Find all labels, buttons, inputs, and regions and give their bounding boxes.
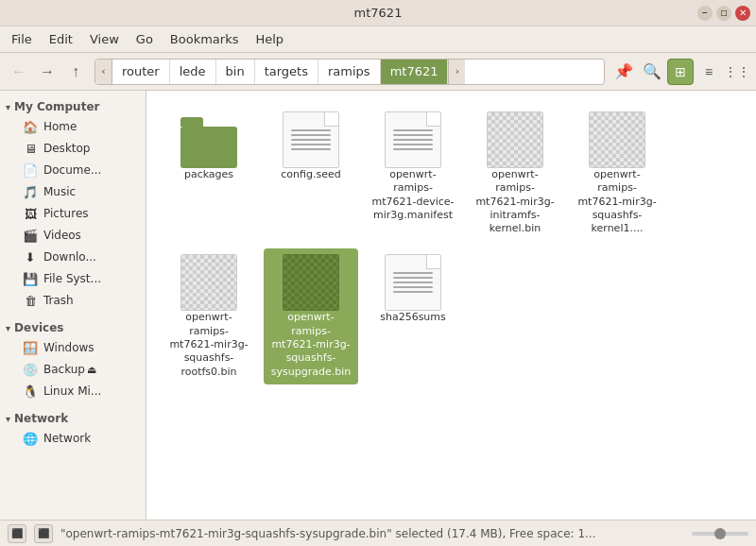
sidebar-item-filesystem[interactable]: 💾 File Syst... [4,268,142,289]
zoom-slider [692,532,748,536]
main-layout: ▾ My Computer 🏠 Home 🖥 Desktop 📄 Docume.… [0,91,756,520]
sidebar-label-documents: Docume... [43,163,101,177]
file-item-config-seed[interactable]: config.seed [264,106,358,241]
music-icon: 🎵 [23,184,38,199]
file-item-manifest[interactable]: openwrt-ramips-mt7621-device-mir3g.manif… [366,106,460,241]
breadcrumb-ramips[interactable]: ramips [318,59,381,85]
forward-button[interactable]: → [34,59,60,85]
toolbar-view-controls: 📌 🔍 ⊞ ≡ ⋮⋮ [610,59,750,85]
file-name: openwrt-ramips-mt7621-mir3g-squashfs-roo… [167,311,250,378]
backup-icon: 💿 [23,362,38,377]
sidebar-label-videos: Videos [43,229,81,242]
desktop-icon: 🖥 [23,141,38,156]
back-button[interactable]: ← [6,59,32,85]
menubar: File Edit View Go Bookmarks Help [0,26,756,53]
menu-view[interactable]: View [82,30,127,48]
menu-edit[interactable]: Edit [42,30,80,48]
sidebar-item-home[interactable]: 🏠 Home [4,116,142,137]
breadcrumb-left-arrow[interactable]: ‹ [95,59,112,85]
expand-icon: ▾ [6,102,10,112]
menu-bookmarks[interactable]: Bookmarks [163,30,247,48]
sidebar-label-music: Music [43,185,76,198]
document-icon [283,111,339,168]
binary-icon [180,254,237,311]
sidebar-item-music[interactable]: 🎵 Music [4,181,142,202]
file-item-squashfs-sysupgrade[interactable]: openwrt-ramips-mt7621-mir3g-squashfs-sys… [264,248,358,384]
sidebar-item-windows[interactable]: 🪟 Windows [4,337,142,358]
slider-thumb[interactable] [714,528,726,539]
sidebar-label-desktop: Desktop [43,142,91,155]
sidebar-header-network[interactable]: ▾ Network [0,410,146,427]
sidebar-section-label-devices: Devices [14,321,63,334]
slider-track[interactable] [692,532,748,536]
file-name: packages [184,168,233,181]
search-button[interactable]: 🔍 [639,59,665,85]
sidebar-item-desktop[interactable]: 🖥 Desktop [4,138,142,159]
menu-help[interactable]: Help [248,30,291,48]
documents-icon: 📄 [23,162,38,178]
linux-icon: 🐧 [23,384,38,399]
menu-file[interactable]: File [4,30,40,48]
binary-icon [487,111,543,168]
file-item-squashfs-rootfs0[interactable]: openwrt-ramips-mt7621-mir3g-squashfs-roo… [162,248,256,384]
statusbar: ⬛ ⬛ "openwrt-ramips-mt7621-mir3g-squashf… [0,520,756,546]
file-item-packages[interactable]: packages [162,106,256,241]
view-grid-button[interactable]: ⊞ [667,59,694,85]
sidebar-item-pictures[interactable]: 🖼 Pictures [4,203,142,224]
breadcrumb-targets[interactable]: targets [255,59,318,85]
sidebar-item-network[interactable]: 🌐 Network [4,428,142,449]
up-button[interactable]: ↑ [62,59,89,85]
sidebar-item-trash[interactable]: 🗑 Trash [4,290,142,311]
breadcrumb-mt7621[interactable]: mt7621 [381,59,449,85]
menu-go[interactable]: Go [129,30,161,48]
breadcrumb: ‹ router lede bin targets ramips mt7621 … [94,59,605,85]
file-name: openwrt-ramips-mt7621-device-mir3g.manif… [371,168,455,222]
view-compact-button[interactable]: ⋮⋮ [724,59,750,85]
document-icon [385,254,441,311]
sidebar-item-linux[interactable]: 🐧 Linux Mi... [4,381,142,401]
sidebar-label-linux: Linux Mi... [43,384,101,398]
close-button[interactable]: ✕ [735,6,750,21]
home-icon: 🏠 [23,119,38,134]
sidebar: ▾ My Computer 🏠 Home 🖥 Desktop 📄 Docume.… [0,91,146,520]
sidebar-section-label-network: Network [14,412,68,425]
sidebar-item-videos[interactable]: 🎬 Videos [4,225,142,246]
sidebar-item-downloads[interactable]: ⬇ Downlo... [4,247,142,267]
binary-icon [589,111,645,168]
pin-button[interactable]: 📌 [610,59,637,85]
breadcrumb-bin[interactable]: bin [216,59,255,85]
sidebar-label-trash: Trash [43,294,74,307]
sidebar-label-network: Network [43,432,91,445]
window-controls: − □ ✕ [697,6,750,21]
sidebar-header-devices[interactable]: ▾ Devices [0,319,146,336]
sidebar-label-backup: Backup [43,363,85,376]
statusbar-right-button[interactable]: ⬛ [34,524,53,543]
document-icon [385,111,441,168]
file-name: openwrt-ramips-mt7621-mir3g-squashfs-sys… [269,311,352,378]
window-title: mt7621 [354,6,403,20]
expand-icon: ▾ [6,323,10,333]
file-item-initramfs[interactable]: openwrt-ramips-mt7621-mir3g-initramfs-ke… [468,106,562,241]
sidebar-section-my-computer: ▾ My Computer 🏠 Home 🖥 Desktop 📄 Docume.… [0,94,146,316]
downloads-icon: ⬇ [23,249,38,264]
view-list-button[interactable]: ≡ [696,59,722,85]
minimize-button[interactable]: − [697,6,713,21]
sidebar-header-my-computer[interactable]: ▾ My Computer [0,98,146,115]
file-item-sha256sums[interactable]: sha256sums [366,248,460,384]
breadcrumb-lede[interactable]: lede [170,59,216,85]
sidebar-item-documents[interactable]: 📄 Docume... [4,160,142,180]
file-item-squashfs-kernel1[interactable]: openwrt-ramips-mt7621-mir3g-squashfs-ker… [570,106,664,241]
breadcrumb-right-arrow[interactable]: › [448,59,465,85]
expand-icon: ▾ [6,414,10,424]
statusbar-left-button[interactable]: ⬛ [8,524,26,543]
sidebar-label-filesystem: File Syst... [43,272,101,285]
file-area: packages config.seed [146,91,756,520]
titlebar: mt7621 − □ ✕ [0,0,756,26]
maximize-button[interactable]: □ [716,6,731,21]
windows-icon: 🪟 [23,340,38,355]
statusbar-text: "openwrt-ramips-mt7621-mir3g-squashfs-sy… [60,527,684,540]
breadcrumb-router[interactable]: router [112,59,170,85]
binary-selected-icon [283,254,339,311]
sidebar-item-backup[interactable]: 💿 Backup ⏏ [4,359,142,380]
toolbar: ← → ↑ ‹ router lede bin targets ramips m… [0,53,756,91]
